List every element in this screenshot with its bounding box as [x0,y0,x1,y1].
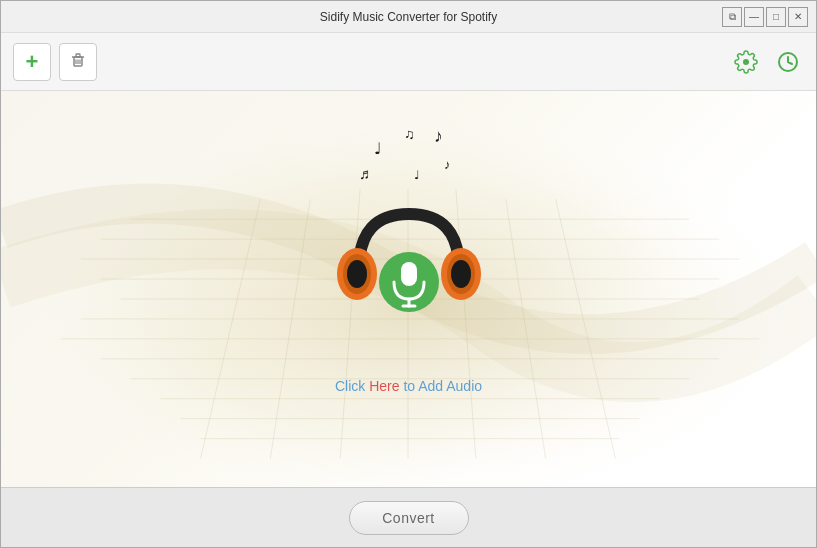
svg-point-43 [402,265,408,275]
window-title: Sidify Music Converter for Spotify [320,10,497,24]
svg-text:♬: ♬ [359,166,370,182]
settings-button[interactable] [730,46,762,78]
music-notes: ♪ ♩ ♫ ♪ ♬ ♩ [349,124,469,194]
svg-text:♪: ♪ [444,157,451,172]
close-button[interactable]: ✕ [788,7,808,27]
gear-icon [734,50,758,74]
footer: Convert [1,487,816,547]
history-button[interactable] [772,46,804,78]
restore-icon-btn[interactable]: ⧉ [722,7,742,27]
svg-text:♫: ♫ [404,127,415,142]
convert-button[interactable]: Convert [349,501,469,535]
title-bar: Sidify Music Converter for Spotify ⧉ — □… [1,1,816,33]
main-content: ♪ ♩ ♫ ♪ ♬ ♩ [1,91,816,487]
svg-rect-2 [76,54,80,57]
trash-icon [69,51,87,73]
app-window: Sidify Music Converter for Spotify ⧉ — □… [0,0,817,548]
add-audio-here: Here [369,378,399,394]
hero-illustration: ♪ ♩ ♫ ♪ ♬ ♩ [329,184,489,348]
add-audio-text-suffix: to Add Audio [400,378,483,394]
minimize-button[interactable]: — [744,7,764,27]
headphones-svg [329,184,489,344]
plus-icon: + [26,49,39,75]
toolbar: + [1,33,816,91]
add-audio-text-prefix: Click [335,378,369,394]
svg-text:♪: ♪ [434,126,443,146]
window-controls: ⧉ — □ ✕ [722,7,808,27]
svg-point-38 [451,260,471,288]
maximize-button[interactable]: □ [766,7,786,27]
svg-text:♩: ♩ [374,140,382,157]
clock-icon [776,50,800,74]
svg-point-37 [347,260,367,288]
add-button[interactable]: + [13,43,51,81]
svg-text:♩: ♩ [414,168,420,182]
toolbar-right [730,46,804,78]
delete-button[interactable] [59,43,97,81]
add-audio-link[interactable]: Click Here to Add Audio [335,378,482,394]
